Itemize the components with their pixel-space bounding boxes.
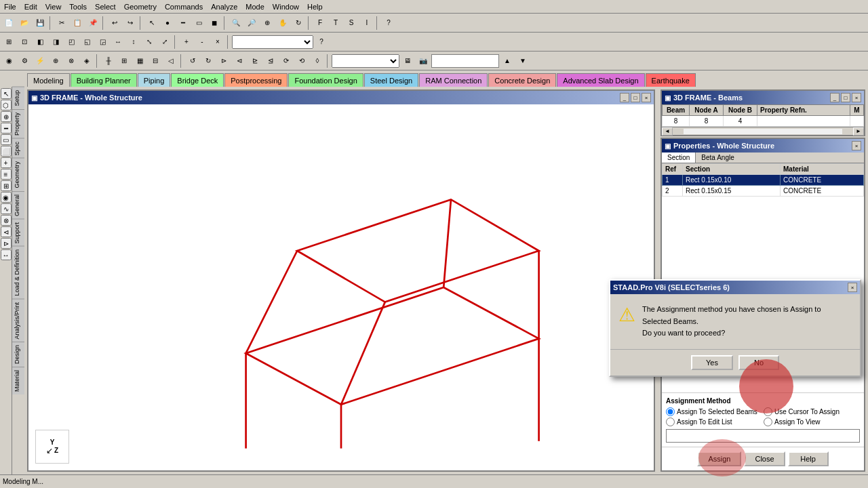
tab-section[interactable]: Section bbox=[662, 152, 696, 163]
top-view-btn[interactable]: T bbox=[328, 16, 343, 30]
tb2-btn14[interactable]: × bbox=[210, 35, 225, 49]
help-toolbar-btn[interactable]: ? bbox=[381, 16, 396, 30]
tb2-btn13[interactable]: - bbox=[195, 35, 210, 49]
tb2-btn3[interactable]: ◧ bbox=[33, 35, 47, 49]
menu-analyze[interactable]: Analyze bbox=[207, 3, 241, 11]
render-combo[interactable] bbox=[332, 54, 399, 68]
side-label-design[interactable]: Design bbox=[12, 342, 24, 367]
menu-tools[interactable]: Tools bbox=[65, 3, 91, 11]
tb3-monitor-btn[interactable]: 🖥 bbox=[400, 54, 415, 68]
view-combo[interactable] bbox=[232, 35, 313, 49]
beams-minimize-btn[interactable]: _ bbox=[830, 93, 840, 102]
tab-beta-angle[interactable]: Beta Angle bbox=[696, 152, 739, 163]
tb3-btn19[interactable]: ⟲ bbox=[294, 54, 309, 68]
menu-commands[interactable]: Commands bbox=[161, 3, 207, 11]
side-label-analysis-print[interactable]: Analysis/Print bbox=[12, 299, 24, 342]
frame-minimize-btn[interactable]: _ bbox=[620, 93, 629, 102]
side-label-property[interactable]: Property bbox=[12, 109, 24, 138]
select-btn[interactable]: ↖ bbox=[144, 16, 159, 30]
open-btn[interactable]: 📂 bbox=[17, 16, 32, 30]
radio-assign-view-input[interactable] bbox=[764, 418, 772, 426]
tb3-btn1[interactable]: ◉ bbox=[1, 54, 16, 68]
radio-assign-edit-input[interactable] bbox=[666, 418, 675, 426]
tb3-btn6[interactable]: ◈ bbox=[79, 54, 94, 68]
new-btn[interactable]: 📄 bbox=[1, 16, 16, 30]
radio-use-cursor-input[interactable] bbox=[764, 407, 772, 416]
menu-mode[interactable]: Mode bbox=[241, 3, 269, 11]
props-close-btn-inner[interactable]: × bbox=[852, 141, 861, 150]
tb2-btn12[interactable]: + bbox=[179, 35, 194, 49]
tb3-dn-btn[interactable]: ▼ bbox=[515, 54, 530, 68]
side-view-btn[interactable]: S bbox=[344, 16, 359, 30]
lt-btn5[interactable]: ▭ bbox=[1, 134, 12, 145]
tab-earthquake[interactable]: Earthquake bbox=[646, 73, 696, 87]
tab-advanced-slab-design[interactable]: Advanced Slab Design bbox=[557, 73, 644, 87]
radio-assign-selected[interactable]: Assign To Selected Beams bbox=[666, 407, 762, 416]
lt-btn4[interactable]: ━ bbox=[1, 123, 12, 134]
table-row[interactable]: 2 Rect 0.15x0.15 CONCRETE bbox=[663, 186, 864, 197]
lt-btn8[interactable]: ≡ bbox=[1, 169, 12, 180]
tb2-btn10[interactable]: ⤡ bbox=[142, 35, 157, 49]
lt-btn13[interactable]: ⊲ bbox=[1, 226, 12, 237]
tb3-btn5[interactable]: ⊗ bbox=[64, 54, 79, 68]
node-btn[interactable]: ● bbox=[160, 16, 175, 30]
tab-bridge-deck[interactable]: Bridge Deck bbox=[171, 73, 224, 87]
tab-concrete-design[interactable]: Concrete Design bbox=[488, 73, 556, 87]
lt-btn15[interactable]: ↔ bbox=[1, 249, 12, 260]
menu-help[interactable]: Help bbox=[303, 3, 327, 11]
copy-btn[interactable]: 📋 bbox=[70, 16, 85, 30]
tab-foundation-design[interactable]: Foundation Design bbox=[288, 73, 363, 87]
solid-btn[interactable]: ◼ bbox=[207, 16, 222, 30]
tab-building-planner[interactable]: Building Planner bbox=[71, 73, 137, 87]
tb2-btn7[interactable]: ◲ bbox=[95, 35, 110, 49]
frame-close-btn[interactable]: × bbox=[642, 93, 651, 102]
plate-btn[interactable]: ▭ bbox=[191, 16, 206, 30]
iso-view-btn[interactable]: I bbox=[359, 16, 374, 30]
cut-btn[interactable]: ✂ bbox=[54, 16, 69, 30]
tb3-btn8[interactable]: ⊞ bbox=[117, 54, 132, 68]
dialog-no-btn[interactable]: No bbox=[738, 355, 779, 370]
beam-btn[interactable]: ━ bbox=[176, 16, 191, 30]
menu-view[interactable]: View bbox=[41, 3, 66, 11]
tab-steel-design[interactable]: Steel Design bbox=[364, 73, 418, 87]
tb3-btn7[interactable]: ╫ bbox=[101, 54, 116, 68]
tb2-btn4[interactable]: ◨ bbox=[48, 35, 63, 49]
menu-window[interactable]: Window bbox=[269, 3, 303, 11]
side-label-material[interactable]: Material bbox=[12, 367, 24, 394]
tb3-btn17[interactable]: ⊴ bbox=[263, 54, 278, 68]
tb3-btn4[interactable]: ⊕ bbox=[48, 54, 63, 68]
radio-use-cursor[interactable]: Use Cursor To Assign bbox=[764, 407, 860, 416]
radio-assign-view[interactable]: Assign To View bbox=[764, 418, 860, 426]
tb3-btn13[interactable]: ↻ bbox=[201, 54, 216, 68]
side-label-setup[interactable]: Setup bbox=[12, 87, 24, 109]
frame-maximize-btn[interactable]: □ bbox=[631, 93, 640, 102]
lt-btn10[interactable]: ◉ bbox=[1, 192, 12, 203]
tb3-btn9[interactable]: ▦ bbox=[132, 54, 147, 68]
menu-edit[interactable]: Edit bbox=[20, 3, 41, 11]
tb3-btn11[interactable]: ◁ bbox=[163, 54, 178, 68]
tb3-btn14[interactable]: ⊳ bbox=[216, 54, 231, 68]
lt-btn1[interactable]: ↖ bbox=[1, 88, 12, 99]
redo-btn[interactable]: ↪ bbox=[123, 16, 138, 30]
tb3-input[interactable] bbox=[431, 54, 499, 68]
tab-piping[interactable]: Piping bbox=[138, 73, 171, 87]
tb2-btn5[interactable]: ◰ bbox=[64, 35, 79, 49]
help-button[interactable]: Help bbox=[788, 451, 829, 466]
tb3-btn10[interactable]: ⊟ bbox=[148, 54, 163, 68]
tb3-btn12[interactable]: ↺ bbox=[185, 54, 200, 68]
lt-btn7[interactable]: + bbox=[1, 157, 12, 168]
tb2-btn1[interactable]: ⊞ bbox=[1, 35, 16, 49]
tb2-btn15[interactable]: ? bbox=[314, 35, 329, 49]
table-row[interactable]: 1 Rect 0.15x0.10 CONCRETE bbox=[663, 175, 864, 186]
lt-btn3[interactable]: ⊕ bbox=[1, 111, 12, 122]
pan-btn[interactable]: ✋ bbox=[275, 16, 290, 30]
tb2-btn8[interactable]: ↔ bbox=[111, 35, 125, 49]
scroll-right-btn[interactable]: ► bbox=[853, 127, 864, 136]
tab-modeling[interactable]: Modeling bbox=[27, 73, 70, 87]
beams-scrollbar[interactable]: ◄ ► bbox=[662, 127, 864, 135]
lt-btn6[interactable]: ⬜ bbox=[1, 146, 12, 157]
dialog-yes-btn[interactable]: Yes bbox=[691, 355, 733, 370]
tb3-camera-btn[interactable]: 📷 bbox=[416, 54, 431, 68]
side-label-geometry[interactable]: Geometry bbox=[12, 158, 24, 191]
tb2-btn6[interactable]: ◱ bbox=[79, 35, 94, 49]
